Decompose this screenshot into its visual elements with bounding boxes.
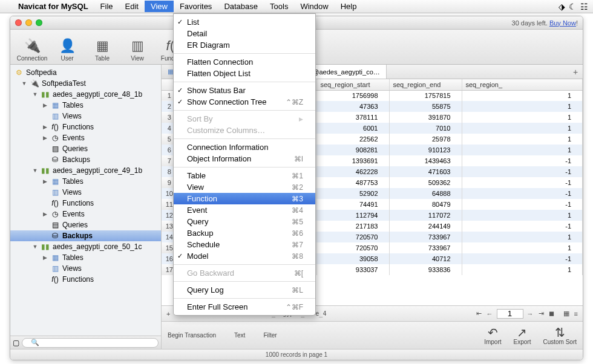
first-page-button[interactable]: ⇤ [475, 310, 483, 317]
status-icon[interactable]: ⬗ [559, 2, 565, 11]
menu-item[interactable]: Event⌘4 [174, 204, 315, 216]
menu-item[interactable]: ✓List [174, 16, 315, 28]
menu-edit[interactable]: Edit [119, 1, 145, 12]
menu-file[interactable]: File [94, 1, 119, 12]
tree-events[interactable]: ▶◷Events [10, 132, 161, 143]
begin-transaction-button[interactable]: Begin Transaction [168, 332, 216, 339]
menu-favorites[interactable]: Favorites [174, 1, 218, 12]
menu-item[interactable]: Function⌘3 [174, 193, 315, 204]
status-icon-2[interactable]: ☾ [569, 2, 577, 11]
database-icon: ▮▮ [41, 166, 50, 175]
function-icon: f() [50, 275, 60, 284]
column-header[interactable]: seq_region_start [316, 79, 389, 90]
grid-view-icon[interactable]: ▦ [562, 310, 571, 317]
status-icon-3[interactable]: ☷ [580, 2, 588, 11]
menu-item[interactable]: Enter Full Screen⌃⌘F [174, 301, 315, 313]
menu-item[interactable]: View⌘2 [174, 181, 315, 193]
table-icon: ▦ [50, 177, 60, 186]
app-menu[interactable]: Navicat for MySQL [12, 1, 94, 12]
tree-events[interactable]: ▶◷Events [10, 209, 161, 219]
tree-tables[interactable]: ▶▦Tables [10, 176, 161, 187]
menu-database[interactable]: Database [218, 1, 264, 12]
tree-database[interactable]: ▼▮▮aedes_aegypti_core_50_1c [10, 241, 161, 252]
menu-item[interactable]: Connection Information [174, 141, 315, 153]
add-row-button[interactable]: + [165, 310, 171, 317]
form-view-icon[interactable]: ≡ [573, 310, 579, 317]
next-page-button[interactable]: → [526, 310, 535, 317]
menu-help[interactable]: Help [335, 1, 363, 12]
view-dropdown-menu: ✓ListDetailER DiagramFlatten ConnectionF… [173, 13, 316, 316]
custom-sort-button[interactable]: ⇅Custom Sort [543, 325, 577, 345]
tree-views[interactable]: ▥Views [10, 263, 161, 274]
menu-tools[interactable]: Tools [264, 1, 294, 12]
tree-backups[interactable]: ⛁Backups [10, 230, 161, 241]
menu-item[interactable]: ✓Show Connection Tree⌃⌘Z [174, 96, 315, 108]
menu-item[interactable]: Table⌘1 [174, 170, 315, 181]
menu-item[interactable]: Backup⌘6 [174, 227, 315, 239]
toolbar-table[interactable]: ▦Table [85, 36, 119, 63]
disclosure-arrow[interactable]: ▼ [32, 91, 38, 97]
tree-backups[interactable]: ⛁Backups [10, 154, 161, 165]
new-tab-button[interactable]: + [568, 65, 583, 79]
menu-item[interactable]: Query⌘5 [174, 216, 315, 227]
disclosure-arrow[interactable]: ▼ [21, 80, 27, 86]
menu-item[interactable]: Object Information⌘I [174, 153, 315, 164]
text-mode-button[interactable]: Text [234, 332, 245, 339]
tree-functions[interactable]: f()Functions [10, 198, 161, 209]
tree-queries[interactable]: ▤Queries [10, 219, 161, 230]
toolbar-view[interactable]: ▥View [120, 36, 154, 63]
menu-view[interactable]: View [145, 1, 174, 12]
sort-icon: ⇅ [555, 325, 565, 339]
tree-views[interactable]: ▥Views [10, 187, 161, 198]
page-input[interactable] [497, 309, 523, 319]
tree-database[interactable]: ▼▮▮aedes_aegypti_core_48_1b [10, 89, 161, 100]
function-icon: f() [50, 199, 60, 207]
tree-database[interactable]: ▼▮▮aedes_aegypti_core_49_1b [10, 165, 161, 176]
menu-item[interactable]: Flatten Connection [174, 56, 315, 68]
menu-item[interactable]: ✓Show Status Bar [174, 85, 315, 96]
tree-views[interactable]: ▥Views [10, 111, 161, 122]
menu-item[interactable]: Flatten Object List [174, 68, 315, 79]
stop-button[interactable]: ◼ [548, 310, 555, 317]
menu-window[interactable]: Window [294, 1, 334, 12]
backup-icon: ⛁ [50, 232, 60, 240]
tree-tables[interactable]: ▶▦Tables [10, 252, 161, 263]
import-button[interactable]: ↶Import [484, 325, 501, 345]
database-icon: ▮▮ [41, 242, 50, 251]
toolbar-connection[interactable]: 🔌Connection [15, 36, 49, 63]
tree-queries[interactable]: ▤Queries [10, 143, 161, 154]
close-button[interactable] [15, 19, 22, 26]
view-icon: ▥ [128, 37, 146, 55]
menu-item[interactable]: ER Diagram [174, 39, 315, 51]
table-icon: ▦ [50, 253, 60, 262]
view-icon: ▥ [50, 112, 60, 120]
minimize-button[interactable] [25, 19, 32, 26]
zoom-button[interactable] [36, 19, 42, 26]
column-header[interactable]: seq_region_end [389, 79, 462, 90]
menu-item: Go Backward⌘[ [174, 267, 315, 279]
function-icon: f() [50, 123, 60, 131]
tree-tables[interactable]: ▶▦Tables [10, 100, 161, 111]
sidebar-search-input[interactable] [22, 338, 159, 348]
buy-now-link[interactable]: Buy Now [549, 19, 576, 27]
menubar-right-icons: ⬗ ☾ ☷ [559, 2, 588, 11]
export-icon: ↗ [517, 325, 527, 339]
menu-item[interactable]: ✓Model⌘8 [174, 250, 315, 262]
tree-functions[interactable]: f()Functions [10, 274, 161, 285]
sidebar-toggle-icon[interactable]: ▢ [13, 339, 19, 347]
tree-connection[interactable]: ▼🔌SoftpediaTest [10, 78, 161, 89]
plug-icon: 🔌 [30, 79, 39, 88]
last-page-button[interactable]: ⇥ [537, 310, 545, 317]
toolbar-user[interactable]: 👤User [50, 36, 84, 63]
menu-item[interactable]: Schedule⌘7 [174, 239, 315, 250]
column-header[interactable]: seq_region_ [462, 79, 583, 90]
prev-page-button[interactable]: ← [485, 310, 494, 317]
trial-notice: 30 days left. Buy Now! [512, 19, 578, 27]
filter-button[interactable]: Filter [263, 332, 277, 339]
clock-icon: ◷ [50, 134, 60, 142]
tree-root[interactable]: ⚙Softpedia [10, 67, 161, 78]
menu-item[interactable]: Detail [174, 28, 315, 39]
menu-item[interactable]: Query Log⌘L [174, 284, 315, 296]
tree-functions[interactable]: ▶f()Functions [10, 122, 161, 132]
export-button[interactable]: ↗Export [514, 325, 531, 345]
